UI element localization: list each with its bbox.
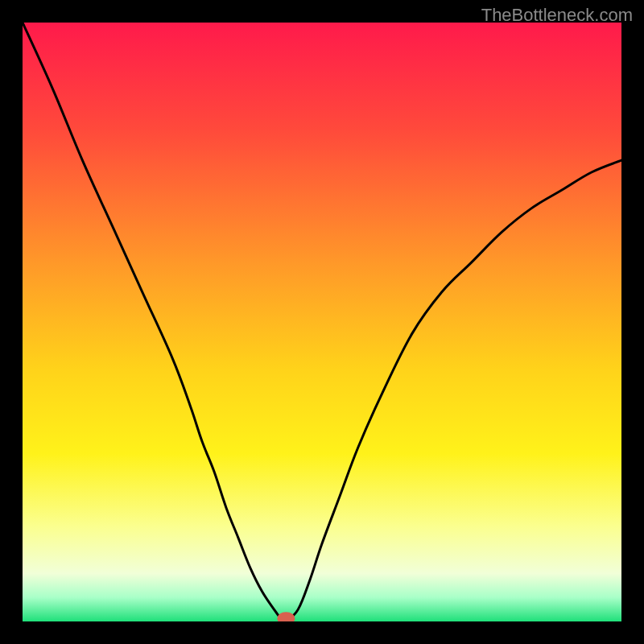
- gradient-background: [23, 23, 621, 621]
- bottleneck-chart: [23, 23, 621, 621]
- chart-frame: TheBottleneck.com: [0, 0, 644, 644]
- plot-area: [23, 23, 621, 621]
- watermark-text: TheBottleneck.com: [481, 5, 633, 26]
